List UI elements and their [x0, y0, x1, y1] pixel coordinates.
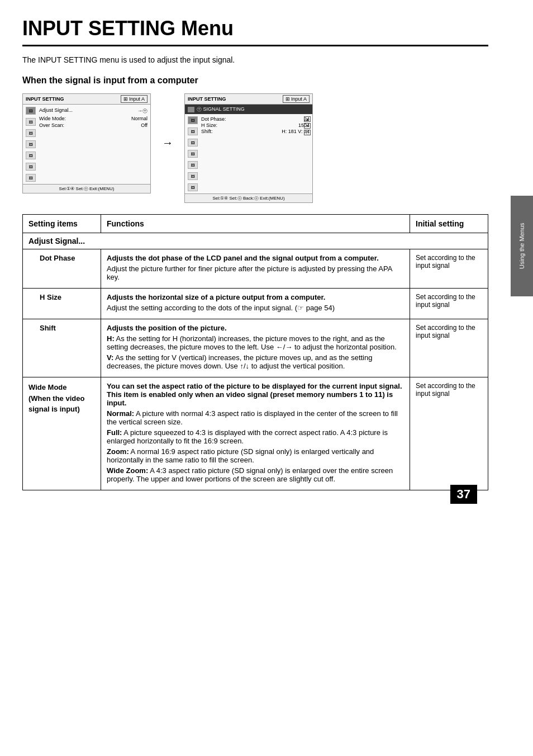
menu-box-left-header: INPUT SETTING ⊞ Input A	[23, 94, 150, 105]
menu-row-2: Wide Mode: Normal	[39, 115, 147, 122]
intro-text: The INPUT SETTING menu is used to adjust…	[22, 55, 488, 64]
func-dot-phase-normal: Adjust the picture further for finer pic…	[107, 264, 404, 281]
func-hsize-normal: Adjust the setting according to the dots…	[107, 304, 404, 312]
signal-row-2: H Size: 1504	[201, 122, 310, 128]
col-header-setting: Setting items	[23, 215, 101, 233]
arrow-right: →	[162, 136, 173, 149]
adjust-signal-row: Adjust Signal...	[23, 233, 488, 249]
func-wide-zoom: Zoom: A normal 16:9 aspect ratio picture…	[107, 447, 404, 464]
row1-value: →㊉	[137, 107, 147, 115]
dot-phase-label: Dot Phase:	[201, 116, 226, 122]
input-icon-right: ⊞	[285, 96, 290, 102]
func-wide-full: Full: A picture squeezed to 4:3 is displ…	[107, 428, 404, 445]
menu-footer-left: Sel:①④ Set:㊉ Exit:(MENU)	[23, 184, 150, 193]
icon-square: □	[304, 130, 311, 135]
menu-box-left-body: 🖼 🖼 🖼 🖼 🖼 🖼 🖼 Adjust Signal... →㊉	[23, 105, 150, 184]
func-wide-bold: You can set the aspect ratio of the pict…	[107, 382, 404, 407]
hsize-name: H Size	[28, 293, 95, 301]
icon-7: 🖼	[26, 174, 36, 182]
menu-left-content: 🖼 🖼 🖼 🖼 🖼 🖼 🖼 Adjust Signal... →㊉	[26, 107, 147, 182]
table-row-hsize: H Size Adjusts the horizontal size of a …	[23, 289, 488, 319]
row2-label: Wide Mode:	[39, 116, 66, 121]
hsize-label: H Size:	[201, 122, 217, 128]
func-wide-widezoom: Wide Zoom: A 4:3 aspect ratio picture (S…	[107, 466, 404, 483]
spacer-right	[201, 135, 310, 157]
menu-title-left: INPUT SETTING	[26, 96, 64, 102]
menu-right-content: 🖼 🖼 🖼 🖼 🖼 🖼 🖼 Dot Phase: 24	[188, 116, 310, 191]
row2-value: Normal	[131, 116, 147, 121]
page-number: 37	[450, 485, 477, 504]
dot-phase-name: Dot Phase	[28, 254, 95, 262]
icon-r5: 🖼	[188, 161, 198, 169]
shift-label: Shift:	[201, 129, 213, 134]
side-label: Using the Menus	[511, 196, 533, 296]
table-row-dot-phase: Dot Phase Adjusts the dot phase of the L…	[23, 249, 488, 289]
input-badge-right: ⊞ Input A	[283, 95, 310, 103]
func-dot-phase: Adjusts the dot phase of the LCD panel a…	[101, 249, 410, 289]
adjust-signal-cell: Adjust Signal...	[23, 233, 488, 249]
setting-dot-phase: Dot Phase	[23, 249, 101, 289]
func-dot-phase-bold: Adjusts the dot phase of the LCD panel a…	[107, 254, 404, 262]
icon-r3: 🖼	[188, 139, 198, 147]
func-wide-mode: You can set the aspect ratio of the pict…	[101, 377, 410, 490]
input-label-left: Input A	[129, 96, 145, 102]
input-icon-left: ⊞	[123, 96, 128, 102]
func-hsize: Adjusts the horizontal size of a picture…	[101, 289, 410, 319]
menu-box-right: INPUT SETTING ⊞ Input A ㊉ SIGNAL SETTING…	[184, 93, 313, 203]
icon-3: 🖼	[26, 129, 36, 137]
initial-wide-mode: Set according to the input signal	[410, 377, 488, 490]
input-badge-left: ⊞ Input A	[121, 95, 147, 103]
row3-value: Off	[141, 122, 147, 128]
row3-label: Over Scan:	[39, 122, 64, 128]
col-header-functions: Functions	[101, 215, 410, 233]
table-header-row: Setting items Functions Initial setting	[23, 215, 488, 233]
signal-row-1: Dot Phase: 24 ▲ ≡ □	[201, 116, 310, 122]
menu-content-left: Adjust Signal... →㊉ Wide Mode: Normal Ov…	[39, 107, 147, 182]
initial-shift: Set according to the input signal	[410, 319, 488, 377]
menu-box-right-header: INPUT SETTING ⊞ Input A	[185, 94, 312, 105]
func-wide-normal: Normal: A picture with normal 4:3 aspect…	[107, 409, 404, 426]
icon-6: 🖼	[26, 163, 36, 171]
func-shift-bold: Adjusts the position of the picture.	[107, 324, 404, 332]
initial-dot-phase: Set according to the input signal	[410, 249, 488, 289]
setting-wide-mode: Wide Mode(When the video signal is input…	[23, 377, 101, 490]
signal-data: Dot Phase: 24 ▲ ≡ □ H Size: 1504	[201, 116, 310, 191]
func-shift: Adjusts the position of the picture. H: …	[101, 319, 410, 377]
icon-2: 🖼	[26, 118, 36, 126]
func-shift-v: V: As the setting for V (vertical) incre…	[107, 353, 404, 370]
menu-diagrams: INPUT SETTING ⊞ Input A 🖼 🖼 🖼 🖼 🖼 🖼	[22, 93, 488, 203]
menu-box-right-body: 🖼 🖼 🖼 🖼 🖼 🖼 🖼 Dot Phase: 24	[185, 114, 312, 193]
page-title: INPUT SETTING Menu	[22, 17, 488, 46]
icon-r7: 🖼	[188, 183, 198, 191]
icon-r4: 🖼	[188, 150, 198, 158]
table-row-shift: Shift Adjusts the position of the pictur…	[23, 319, 488, 377]
icon-r1: 🖼	[188, 116, 198, 124]
setting-shift: Shift	[23, 319, 101, 377]
shift-name: Shift	[28, 324, 95, 332]
initial-hsize: Set according to the input signal	[410, 289, 488, 319]
submenu-icon	[188, 107, 194, 112]
menu-row-3: Over Scan: Off	[39, 122, 147, 129]
row1-label: Adjust Signal...	[39, 107, 73, 115]
menu-title-right: INPUT SETTING	[188, 96, 226, 102]
func-hsize-bold: Adjusts the horizontal size of a picture…	[107, 293, 404, 301]
icon-r2: 🖼	[188, 127, 198, 135]
sub-header: ㊉ SIGNAL SETTING	[185, 105, 312, 114]
func-shift-h: H: As the setting for H (horizontal) inc…	[107, 334, 404, 351]
section-heading: When the signal is input from a computer	[22, 75, 488, 86]
icon-bars: ≡	[304, 123, 311, 129]
main-table: Setting items Functions Initial setting …	[22, 214, 488, 490]
icon-1: 🖼	[26, 107, 36, 115]
menu-icons-right: 🖼 🖼 🖼 🖼 🖼 🖼 🖼	[188, 116, 198, 191]
icon-r6: 🖼	[188, 172, 198, 180]
wide-mode-name: Wide Mode(When the video signal is input…	[28, 382, 95, 415]
menu-row-1: Adjust Signal... →㊉	[39, 107, 147, 115]
adjust-signal-label: Adjust Signal...	[28, 237, 85, 245]
icon-4: 🖼	[26, 140, 36, 148]
table-row-wide-mode: Wide Mode(When the video signal is input…	[23, 377, 488, 490]
menu-icons-left: 🖼 🖼 🖼 🖼 🖼 🖼 🖼	[26, 107, 36, 182]
col-header-initial: Initial setting	[410, 215, 488, 233]
sub-header-label: ㊉ SIGNAL SETTING	[197, 106, 245, 113]
icon-triangle: ▲	[304, 116, 311, 122]
signal-row-3: Shift: H: 181 V: 34	[201, 129, 310, 134]
